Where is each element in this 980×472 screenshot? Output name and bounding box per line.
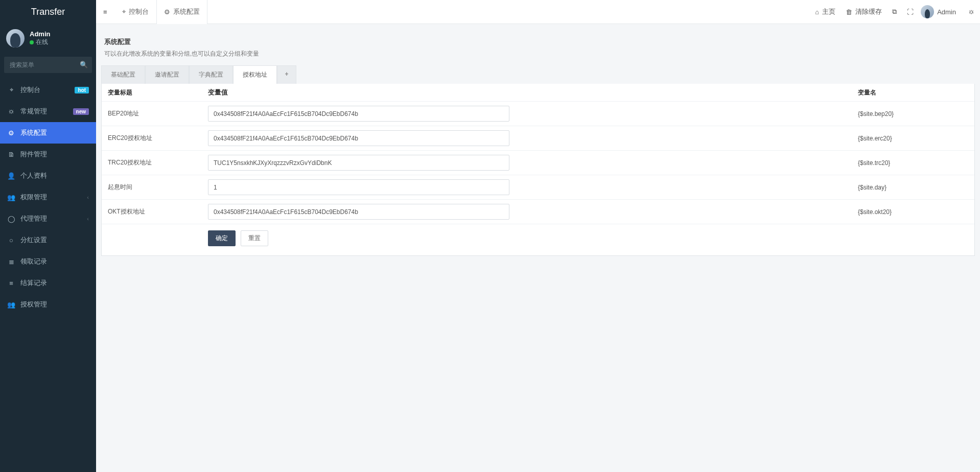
topbar-username[interactable]: Admin: [937, 8, 963, 16]
sidebar-item-label: 系统配置: [20, 128, 47, 137]
sidebar-item-agent[interactable]: ◯ 代理管理 ‹: [0, 208, 96, 229]
row-title: TRC20授权地址: [106, 158, 208, 167]
main: ≡ ⌖ 控制台 ⚙ 系统配置 ⌂ 主页 🗑 清除缓存 ⧉: [96, 0, 980, 472]
page-subtitle: 可以在此增改系统的变量和分组,也可以自定义分组和变量: [104, 50, 972, 58]
header-value: 变量值: [208, 88, 509, 97]
header-title: 变量标题: [106, 88, 208, 97]
topbar-tabs: ⌖ 控制台 ⚙ 系统配置: [114, 0, 207, 23]
table-row: BEP20地址 {$site.bep20}: [102, 102, 974, 126]
sidebar-search: 🔍: [4, 57, 92, 73]
topbar-tab-system-config[interactable]: ⚙ 系统配置: [156, 0, 207, 23]
attachment-icon: 🗎: [7, 151, 15, 158]
dashboard-icon: ⌖: [122, 8, 126, 16]
fullscreen-button[interactable]: ⛶: [902, 0, 919, 23]
home-button[interactable]: ⌂ 主页: [810, 0, 841, 23]
row-title: OKT授权地址: [106, 207, 208, 216]
topbar-right: ⌂ 主页 🗑 清除缓存 ⧉ ⛶ Admin ⛭: [810, 0, 980, 23]
files-icon: ⧉: [892, 8, 897, 16]
sidebar-item-profile[interactable]: 👤 个人资料: [0, 165, 96, 186]
user-icon: 👤: [7, 172, 15, 180]
sidebar-item-label: 分红设置: [20, 235, 47, 245]
table-header-row: 变量标题 变量值 变量名: [102, 84, 974, 102]
sidebar-item-label: 控制台: [20, 85, 40, 95]
sidebar-item-label: 权限管理: [20, 193, 47, 202]
sidebar-item-permission[interactable]: 👥 权限管理 ‹: [0, 186, 96, 208]
search-icon[interactable]: 🔍: [80, 61, 88, 68]
dashboard-icon: ⌖: [7, 86, 15, 94]
erc20-input[interactable]: [208, 130, 509, 146]
user-panel[interactable]: Admin 在线: [0, 24, 96, 53]
trc20-input[interactable]: [208, 155, 509, 171]
sidebar: Transfer Admin 在线 🔍 ⌖ 控制台 hot ⛭ 常规管理 new…: [0, 0, 96, 472]
clear-cache-label: 清除缓存: [855, 7, 882, 16]
ok-button[interactable]: 确定: [208, 230, 236, 246]
gears-icon: ⛭: [7, 108, 15, 115]
okt-input[interactable]: [208, 204, 509, 220]
settings-button[interactable]: ⛭: [963, 0, 980, 23]
sidebar-nav: ⌖ 控制台 hot ⛭ 常规管理 new ⚙ 系统配置 🗎 附件管理 👤 个人资…: [0, 79, 96, 315]
config-tab-invite[interactable]: 邀请配置: [145, 65, 189, 84]
toggle-sidebar-button[interactable]: ≡: [96, 0, 114, 23]
home-icon: ⌂: [815, 8, 819, 16]
search-input[interactable]: [4, 57, 92, 73]
sidebar-item-dashboard[interactable]: ⌖ 控制台 hot: [0, 79, 96, 101]
config-tabbar: 基础配置 邀请配置 字典配置 授权地址 +: [101, 65, 975, 84]
table-row: 起息时间 {$site.day}: [102, 175, 974, 200]
sidebar-item-label: 常规管理: [20, 107, 47, 116]
action-row: 确定 重置: [102, 224, 974, 255]
expand-icon: ⛶: [907, 8, 914, 16]
avatar: [6, 29, 25, 48]
content: 系统配置 可以在此增改系统的变量和分组,也可以自定义分组和变量 基础配置 邀请配…: [96, 24, 980, 266]
usercircle-icon: ◯: [7, 215, 15, 223]
row-title: 起息时间: [106, 183, 208, 192]
config-tab-dict[interactable]: 字典配置: [189, 65, 233, 84]
topbar-avatar[interactable]: [921, 5, 934, 18]
bep20-input[interactable]: [208, 106, 509, 122]
bars-icon: ≣: [7, 258, 15, 266]
hamburger-icon: ≡: [103, 8, 107, 16]
sidebar-item-system-config[interactable]: ⚙ 系统配置: [0, 122, 96, 144]
gear-icon: ⚙: [7, 129, 15, 137]
table-row: OKT授权地址 {$site.okt20}: [102, 200, 974, 224]
page-title: 系统配置: [104, 37, 972, 46]
row-name: {$site.bep20}: [858, 110, 970, 117]
sidebar-item-claim-log[interactable]: ≣ 领取记录: [0, 251, 96, 272]
topbar-left: ≡ ⌖ 控制台 ⚙ 系统配置: [96, 0, 207, 23]
files-button[interactable]: ⧉: [887, 0, 902, 23]
sidebar-item-label: 领取记录: [20, 257, 47, 266]
sidebar-item-label: 附件管理: [20, 150, 47, 159]
sidebar-item-settle-log[interactable]: ≡ 结算记录: [0, 272, 96, 294]
users-icon: 👥: [7, 301, 15, 309]
add-tab-button[interactable]: +: [277, 65, 296, 84]
reset-button[interactable]: 重置: [241, 230, 268, 246]
list-icon: ≡: [7, 279, 15, 287]
chevron-left-icon: ‹: [87, 216, 89, 222]
user-name: Admin: [30, 30, 50, 38]
config-tab-basic[interactable]: 基础配置: [101, 65, 145, 84]
sidebar-item-dividend[interactable]: ○ 分红设置: [0, 229, 96, 251]
topbar-tab-label: 系统配置: [173, 7, 200, 16]
topbar-tab-dashboard[interactable]: ⌖ 控制台: [114, 0, 156, 23]
sidebar-item-general[interactable]: ⛭ 常规管理 new: [0, 101, 96, 122]
brand-title: Transfer: [0, 0, 96, 24]
sidebar-item-attachment[interactable]: 🗎 附件管理: [0, 144, 96, 165]
config-panel: 变量标题 变量值 变量名 BEP20地址 {$site.bep20} ERC20…: [101, 84, 975, 256]
trash-icon: 🗑: [846, 8, 852, 16]
table-row: TRC20授权地址 {$site.trc20}: [102, 151, 974, 175]
chevron-left-icon: ‹: [87, 194, 89, 200]
sidebar-item-label: 授权管理: [20, 300, 47, 309]
user-status-text: 在线: [36, 38, 48, 45]
table-row: ERC20授权地址 {$site.erc20}: [102, 126, 974, 151]
row-name: {$site.trc20}: [858, 159, 970, 167]
row-name: {$site.day}: [858, 184, 970, 191]
day-input[interactable]: [208, 179, 509, 195]
sidebar-item-authorize[interactable]: 👥 授权管理: [0, 294, 96, 315]
circle-icon: ○: [7, 237, 15, 244]
topbar-tab-label: 控制台: [129, 7, 149, 16]
config-tab-authorize[interactable]: 授权地址: [233, 65, 277, 84]
new-badge: new: [73, 108, 89, 115]
sidebar-item-label: 个人资料: [20, 171, 47, 180]
sidebar-item-label: 结算记录: [20, 278, 47, 288]
clear-cache-button[interactable]: 🗑 清除缓存: [841, 0, 887, 23]
page-head: 系统配置 可以在此增改系统的变量和分组,也可以自定义分组和变量: [101, 29, 975, 65]
